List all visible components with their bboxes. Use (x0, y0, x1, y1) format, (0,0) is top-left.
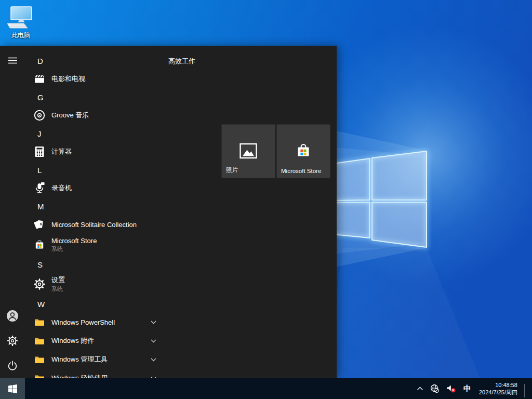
calculator-icon (33, 145, 46, 158)
tile-photos[interactable]: 照片 (222, 125, 275, 178)
taskbar-empty-area (25, 378, 415, 399)
app-section-letter-W[interactable]: W (31, 295, 166, 313)
app-sublabel: 系统 (51, 285, 65, 293)
chevron-down-icon[interactable] (150, 337, 157, 344)
folder-icon (33, 353, 46, 366)
system-tray: 中 10:48:58 2024/7/25/周四 (415, 378, 532, 399)
app-item[interactable]: 计算器 (31, 142, 166, 161)
app-section-letter-L[interactable]: L (31, 161, 166, 179)
volume-button[interactable] (445, 378, 458, 399)
folder-icon (33, 334, 46, 348)
gear-icon (7, 335, 18, 347)
this-pc-label: 此电脑 (5, 31, 36, 40)
expand-menu-button[interactable] (0, 50, 25, 71)
chevron-down-icon[interactable] (150, 356, 157, 363)
app-item[interactable]: ♠Microsoft Solitaire Collection (31, 215, 166, 234)
chevron-up-icon (417, 387, 423, 391)
clock-date: 2024/7/25/周四 (479, 389, 517, 396)
movies-tv-icon (33, 72, 46, 86)
speaker-muted-icon (446, 384, 456, 393)
start-button[interactable] (0, 378, 25, 399)
hamburger-icon (8, 57, 17, 64)
start-menu-rail (0, 46, 25, 378)
app-item[interactable]: 录音机 (31, 179, 166, 197)
globe-no-internet-icon (430, 384, 440, 393)
app-item[interactable]: Groove 音乐 (31, 106, 166, 125)
this-pc-icon (6, 6, 35, 30)
app-label: 计算器 (51, 147, 72, 156)
power-button[interactable] (0, 355, 25, 376)
settings-button[interactable] (0, 330, 25, 351)
app-label: 设置 (51, 275, 65, 285)
app-item[interactable]: Windows 轻松使用 (31, 369, 166, 378)
user-account-button[interactable] (0, 305, 25, 326)
ime-indicator[interactable]: 中 (461, 378, 473, 399)
app-label: Groove 音乐 (51, 111, 89, 120)
network-button[interactable] (429, 378, 441, 399)
app-item[interactable]: Microsoft Store系统 (31, 234, 166, 256)
store-tile-icon (295, 142, 312, 162)
app-section-letter-M[interactable]: M (31, 197, 166, 215)
clock-time: 10:48:58 (479, 381, 517, 389)
photos-tile-icon (239, 142, 258, 162)
folder-icon (33, 371, 46, 378)
voice-recorder-icon (33, 181, 46, 195)
app-section-letter-D[interactable]: D (31, 52, 166, 70)
app-label: Microsoft Store (51, 237, 97, 245)
app-section-letter-G[interactable]: G (31, 88, 166, 106)
settings-icon (33, 277, 46, 291)
user-avatar-icon (6, 310, 19, 322)
chevron-down-icon[interactable] (150, 318, 157, 326)
power-icon (7, 360, 18, 371)
app-sublabel: 系统 (51, 245, 97, 253)
app-label: 电影和电视 (51, 74, 85, 84)
app-item[interactable]: 设置系统 (31, 273, 166, 295)
tile-store[interactable]: Microsoft Store (277, 125, 330, 178)
start-menu: D 电影和电视G Groove 音乐J 计算器L 录音机M ♠Microsoft… (0, 46, 337, 378)
tile-label: Microsoft Store (281, 168, 328, 174)
app-label: Windows 轻松使用 (51, 374, 108, 378)
tile-group-title[interactable]: 高效工作 (168, 57, 195, 66)
app-section-letter-J[interactable]: J (31, 125, 166, 142)
app-item[interactable]: Windows 附件 (31, 331, 166, 350)
chevron-down-icon[interactable] (150, 375, 157, 378)
tile-label: 照片 (226, 166, 273, 174)
solitaire-icon: ♠ (33, 218, 46, 231)
taskbar-clock[interactable]: 10:48:58 2024/7/25/周四 (477, 381, 521, 396)
app-item[interactable]: 电影和电视 (31, 70, 166, 88)
store-icon (33, 238, 46, 251)
tile-area: 高效工作 照片 Microsoft Store (168, 46, 337, 378)
app-label: Windows 附件 (51, 336, 94, 345)
app-label: Windows PowerShell (51, 318, 115, 326)
tile-grid: 照片 Microsoft Store (222, 125, 330, 178)
app-item[interactable]: Windows PowerShell (31, 313, 166, 331)
app-label: 录音机 (51, 183, 72, 193)
tray-expand-button[interactable] (415, 378, 425, 399)
taskbar: 中 10:48:58 2024/7/25/周四 (0, 378, 532, 399)
show-desktop-button[interactable] (528, 378, 531, 399)
app-list: D 电影和电视G Groove 音乐J 计算器L 录音机M ♠Microsoft… (31, 52, 166, 378)
app-label: Windows 管理工具 (51, 355, 108, 364)
tray-divider (524, 384, 525, 397)
app-label: Microsoft Solitaire Collection (51, 221, 137, 229)
app-item[interactable]: Windows 管理工具 (31, 350, 166, 369)
windows-logo-icon (8, 384, 17, 393)
groove-icon (33, 109, 46, 122)
folder-icon (33, 315, 46, 329)
app-section-letter-S[interactable]: S (31, 256, 166, 273)
desktop-icon-this-pc[interactable]: 此电脑 (5, 6, 36, 40)
